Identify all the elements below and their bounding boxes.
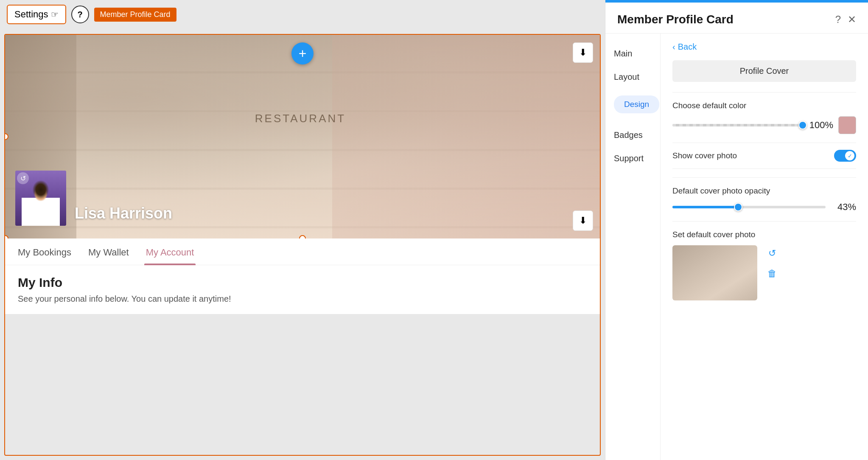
refresh-icon: ↺ <box>768 248 776 259</box>
color-slider-thumb[interactable] <box>798 121 807 129</box>
tab-account-label: My Account <box>146 247 194 258</box>
color-slider-fill <box>672 124 803 126</box>
cover-thumb-actions: ↺ 🗑 <box>764 245 780 282</box>
cover-thumbnail-row: ↺ 🗑 <box>672 245 856 300</box>
top-toolbar: Settings ☞ ? Member Profile Card <box>0 0 605 29</box>
avatar-area: ↺ Lisa Harrison <box>15 171 172 226</box>
nav-support-label: Support <box>614 154 644 163</box>
delete-cover-button[interactable]: 🗑 <box>764 266 780 282</box>
nav-main-label: Main <box>614 49 632 58</box>
panel-help-icon: ? <box>835 14 841 25</box>
color-swatch[interactable] <box>838 116 856 134</box>
panel-settings: ‹ Back Profile Cover Choose default colo… <box>661 34 868 460</box>
tab-wallet-label: My Wallet <box>88 247 129 258</box>
nav-design-label: Design <box>614 95 659 113</box>
tab-my-account[interactable]: My Account <box>146 247 194 265</box>
profile-body: My Bookings My Wallet My Account My Info… <box>5 238 600 314</box>
cover-thumbnail[interactable] <box>672 245 757 300</box>
widget-container: RESTAURANT + ⬇ ↺ Lisa Harrison ⬇ <box>4 34 601 456</box>
opacity-percent: 43% <box>831 202 856 213</box>
set-cover-label: Set default cover photo <box>672 230 856 239</box>
opacity-track[interactable] <box>672 206 826 208</box>
nav-support[interactable]: Support <box>605 149 660 168</box>
delete-icon: 🗑 <box>767 268 777 279</box>
show-cover-label: Show cover photo <box>672 151 737 160</box>
nav-badges[interactable]: Badges <box>605 125 660 145</box>
my-info-title: My Info <box>18 275 587 290</box>
opacity-label: Default cover photo opacity <box>672 186 856 196</box>
back-label: Back <box>678 42 697 52</box>
back-button[interactable]: ‹ Back <box>672 42 856 52</box>
opacity-fill <box>672 206 738 208</box>
panel-help-button[interactable]: ? <box>835 14 841 25</box>
user-name: Lisa Harrison <box>75 205 172 222</box>
opacity-section: Default cover photo opacity 43% <box>672 177 856 222</box>
right-panel: Member Profile Card ? ✕ Main Layout Desi… <box>605 0 868 460</box>
upload-button-bottom[interactable]: ⬇ <box>573 210 593 231</box>
panel-close-button[interactable]: ✕ <box>848 14 856 25</box>
nav-layout[interactable]: Layout <box>605 67 660 87</box>
settings-label: Settings <box>14 9 48 20</box>
panel-content: Main Layout Design Badges Support ‹ Back <box>605 34 868 460</box>
opacity-row: 43% <box>672 202 856 222</box>
help-button[interactable]: ? <box>71 6 89 23</box>
nav-badges-label: Badges <box>614 130 643 140</box>
color-section: Choose default color 100% <box>672 92 856 134</box>
panel-title: Member Profile Card <box>617 13 734 26</box>
badge-text: Member Profile Card <box>100 10 171 19</box>
color-row: 100% <box>672 116 856 134</box>
nav-layout-label: Layout <box>614 72 639 81</box>
refresh-cover-button[interactable]: ↺ <box>764 245 780 261</box>
settings-button[interactable]: Settings ☞ <box>7 5 66 24</box>
my-info-subtitle: See your personal info below. You can up… <box>18 294 587 304</box>
tab-my-bookings[interactable]: My Bookings <box>18 247 71 265</box>
nav-design[interactable]: Design <box>605 90 660 122</box>
panel-header: Member Profile Card ? ✕ <box>605 3 868 34</box>
tab-my-wallet[interactable]: My Wallet <box>88 247 129 265</box>
cover-photo-area: RESTAURANT + ⬇ ↺ Lisa Harrison ⬇ <box>5 35 600 238</box>
color-percent: 100% <box>808 120 833 131</box>
add-element-button[interactable]: + <box>291 42 314 65</box>
set-cover-photo-section: Set default cover photo ↺ 🗑 <box>672 230 856 300</box>
tabs-row: My Bookings My Wallet My Account <box>5 238 600 265</box>
canvas-area: Settings ☞ ? Member Profile Card RESTAUR… <box>0 0 605 460</box>
upload-button-top[interactable]: ⬇ <box>573 42 593 63</box>
help-label: ? <box>77 10 82 20</box>
show-cover-toggle[interactable] <box>834 150 856 162</box>
panel-header-icons: ? ✕ <box>835 14 856 25</box>
person-silhouette <box>22 179 60 226</box>
show-cover-row: Show cover photo <box>672 143 856 169</box>
back-chevron-icon: ‹ <box>672 42 675 52</box>
member-profile-badge: Member Profile Card <box>94 8 176 22</box>
my-info-section: My Info See your personal info below. Yo… <box>5 265 600 314</box>
section-heading: Profile Cover <box>672 60 856 82</box>
tab-bookings-label: My Bookings <box>18 247 71 258</box>
cover-thumbnail-inner <box>672 245 757 300</box>
color-label: Choose default color <box>672 101 856 110</box>
panel-nav: Main Layout Design Badges Support <box>605 34 661 460</box>
nav-main[interactable]: Main <box>605 44 660 64</box>
color-slider-track[interactable] <box>672 124 803 126</box>
cursor-icon: ☞ <box>51 9 59 20</box>
restaurant-sign: RESTAURANT <box>255 112 346 125</box>
avatar-image: ↺ <box>15 171 66 226</box>
opacity-thumb[interactable] <box>734 203 742 211</box>
panel-close-icon: ✕ <box>848 14 856 25</box>
